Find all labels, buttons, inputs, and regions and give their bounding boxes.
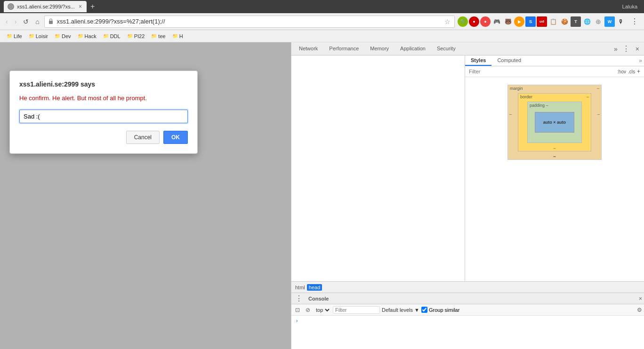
bookmark-label: tee xyxy=(158,33,165,39)
devtools-tab-application[interactable]: Application xyxy=(394,44,431,54)
reload-button[interactable]: ↺ xyxy=(21,16,31,27)
console-close-btn[interactable]: × xyxy=(639,295,642,302)
bookmark-h[interactable]: 📁 H xyxy=(169,32,186,40)
lock-icon xyxy=(48,18,53,25)
bookmark-life[interactable]: 📁 Life xyxy=(4,32,25,40)
group-similar-checkbox[interactable] xyxy=(421,307,427,313)
group-similar-text: Group similar xyxy=(429,307,459,313)
padding-label: padding – xyxy=(530,103,548,108)
bookmark-pi22[interactable]: 📁 PI22 xyxy=(124,32,148,40)
content-layer: auto × auto xyxy=(535,112,574,133)
styles-panel: Styles Computed » :hov .cls + mar xyxy=(465,56,644,281)
console-context-select[interactable]: top xyxy=(314,307,331,313)
devtools-main: Styles Computed » :hov .cls + mar xyxy=(291,56,644,281)
extension-icons: 🟢 ● ● 🎮 🐻 ▶ S ud 📋 🍪 T 🌐 ⊕ W 🎙 xyxy=(458,16,626,27)
ext-icon-6[interactable]: ▶ xyxy=(514,16,524,27)
console-clear-btn[interactable]: ⊘ xyxy=(304,306,312,314)
margin-label: margin xyxy=(510,86,523,91)
bookmark-tee[interactable]: 📁 tee xyxy=(148,32,168,40)
ok-button[interactable]: OK xyxy=(163,131,188,144)
folder-icon: 📁 xyxy=(29,33,34,39)
bookmark-label: PI22 xyxy=(134,33,145,39)
browser-content: xss1.alieni.se:2999 says He confirm. He … xyxy=(0,42,644,349)
breadcrumb-head[interactable]: head xyxy=(307,284,322,291)
tab-close-btn[interactable]: × xyxy=(78,3,83,10)
console-header: ⋮ Console × xyxy=(291,293,644,304)
box-model-diagram: margin – – border – padding – xyxy=(507,85,602,160)
bookmark-hack[interactable]: 📁 Hack xyxy=(75,32,99,40)
bookmark-ddl[interactable]: 📁 DDL xyxy=(100,32,123,40)
bookmark-dev[interactable]: 📁 Dev xyxy=(52,32,74,40)
tab-styles[interactable]: Styles xyxy=(465,56,491,66)
ext-icon-10[interactable]: 🍪 xyxy=(559,16,570,27)
ext-icon-4[interactable]: 🎮 xyxy=(491,16,502,27)
ext-icon-7[interactable]: S xyxy=(525,16,536,27)
ext-icon-2[interactable]: ● xyxy=(469,16,479,27)
styles-more-icon[interactable]: » xyxy=(637,56,644,66)
title-bar: xss1.alieni.se:2999/?xs... × + Laluka xyxy=(0,0,644,13)
address-input[interactable] xyxy=(55,18,443,25)
folder-icon: 📁 xyxy=(55,33,60,39)
breadcrumb-html[interactable]: html xyxy=(295,285,305,290)
devtools-more-tabs-icon[interactable]: » xyxy=(612,44,620,54)
bookmarks-bar: 📁 Life 📁 Loisir 📁 Dev 📁 Hack 📁 DDL 📁 PI2… xyxy=(0,30,644,42)
ext-icon-9[interactable]: 📋 xyxy=(548,16,558,27)
box-model-container: margin – – border – padding – xyxy=(465,77,644,281)
bookmark-label: Life xyxy=(14,33,22,39)
tab-computed[interactable]: Computed xyxy=(491,56,527,66)
bookmark-label: Hack xyxy=(85,33,97,39)
nav-bar: ‹ › ↺ ⌂ ☆ 🟢 ● ● 🎮 🐻 ▶ S ud 📋 🍪 T 🌐 ⊕ W 🎙… xyxy=(0,13,644,30)
ext-icon-14[interactable]: W xyxy=(604,16,615,27)
tab-title: xss1.alieni.se:2999/?xs... xyxy=(17,4,75,9)
styles-tabs: Styles Computed » xyxy=(465,56,644,66)
modal-overlay: xss1.alieni.se:2999 says He confirm. He … xyxy=(0,42,291,349)
ext-icon-13[interactable]: ⊕ xyxy=(593,16,604,27)
new-tab-button[interactable]: + xyxy=(89,2,97,11)
back-button[interactable]: ‹ xyxy=(4,16,10,27)
ext-icon-12[interactable]: 🌐 xyxy=(582,16,592,27)
ext-icon-15[interactable]: 🎙 xyxy=(616,16,626,27)
devtools-menu-button[interactable]: ⋮ xyxy=(620,43,633,54)
devtools-close-button[interactable]: × xyxy=(633,44,642,54)
styles-filter-bar: :hov .cls + xyxy=(465,66,644,77)
console-toggle-btn[interactable]: ⊡ xyxy=(293,306,302,314)
console-filter-input[interactable] xyxy=(333,306,380,314)
border-dash: – xyxy=(587,95,589,99)
dialog-input[interactable] xyxy=(19,110,188,123)
margin-dash-top: – xyxy=(597,86,599,91)
devtools-tab-network[interactable]: Network xyxy=(293,44,323,54)
group-similar-label: Group similar xyxy=(421,307,459,313)
title-bar-left: xss1.alieni.se:2999/?xs... × + xyxy=(4,1,618,12)
forward-button[interactable]: › xyxy=(13,16,19,27)
ext-icon-11[interactable]: T xyxy=(571,16,581,27)
console-menu-icon[interactable]: ⋮ xyxy=(293,294,305,303)
console-settings-icon[interactable]: ⚙ xyxy=(637,307,642,313)
devtools-tab-memory[interactable]: Memory xyxy=(364,44,394,54)
cancel-button[interactable]: Cancel xyxy=(126,131,160,144)
user-label: Laluka xyxy=(620,3,640,10)
hov-filter-btn[interactable]: :hov xyxy=(617,69,626,74)
left-dash: – xyxy=(509,112,512,117)
bookmark-loisir[interactable]: 📁 Loisir xyxy=(26,32,51,40)
bookmark-label: Dev xyxy=(62,33,71,39)
browser-tab[interactable]: xss1.alieni.se:2999/?xs... × xyxy=(4,1,87,12)
bookmark-star-icon[interactable]: ☆ xyxy=(444,18,451,25)
styles-filter-input[interactable] xyxy=(469,69,615,74)
margin-bottom2-dash: – xyxy=(553,154,555,159)
add-style-btn[interactable]: + xyxy=(637,68,640,75)
home-button[interactable]: ⌂ xyxy=(33,16,41,27)
ext-icon-1[interactable]: 🟢 xyxy=(458,16,468,27)
folder-icon: 📁 xyxy=(103,33,109,39)
bookmark-label: H xyxy=(179,33,183,39)
ext-icon-8[interactable]: ud xyxy=(537,16,547,27)
devtools-tab-performance[interactable]: Performance xyxy=(323,44,364,54)
content-size-label: auto × auto xyxy=(543,120,566,125)
console-levels-dropdown[interactable]: Default levels ▼ xyxy=(382,307,419,313)
dialog-message: He confirm. He alert. But most of all he… xyxy=(19,94,188,103)
ext-icon-3[interactable]: ● xyxy=(480,16,491,27)
chrome-menu-button[interactable]: ⋮ xyxy=(629,15,640,28)
ext-icon-5[interactable]: 🐻 xyxy=(503,16,513,27)
devtools-tab-security[interactable]: Security xyxy=(431,44,461,54)
console-tab[interactable]: Console xyxy=(305,295,332,302)
cls-filter-btn[interactable]: .cls xyxy=(628,69,635,74)
